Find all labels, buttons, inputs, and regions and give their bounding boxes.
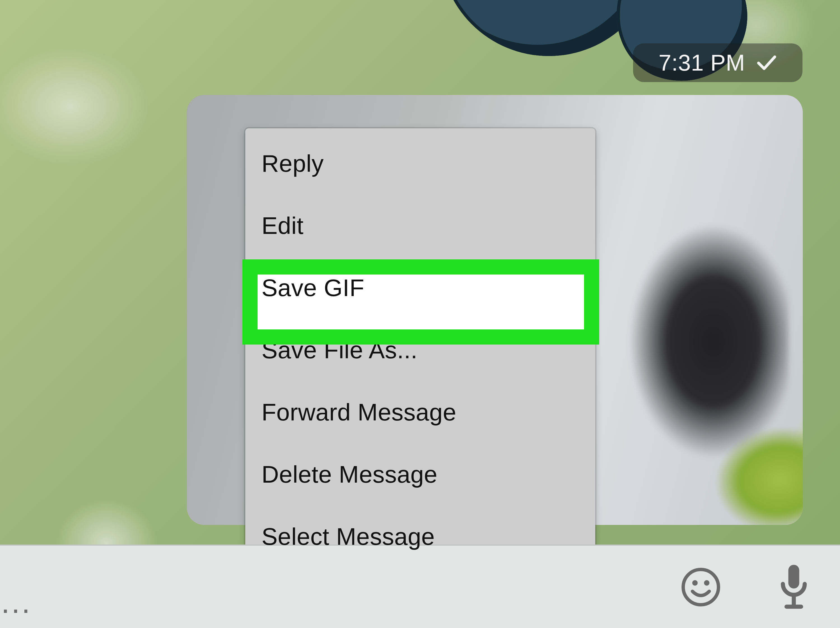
sent-check-icon (756, 54, 777, 71)
input-placeholder-ellipsis[interactable]: ... (1, 584, 32, 620)
menu-item-label: Save File As... (262, 336, 417, 364)
menu-item-label: Reply (262, 150, 324, 177)
menu-item-save-file-as[interactable]: Save File As... (245, 319, 595, 381)
menu-item-label: Forward Message (262, 398, 456, 426)
menu-item-label: Edit (262, 212, 303, 239)
emoji-icon[interactable] (680, 566, 722, 609)
svg-rect-3 (788, 565, 799, 588)
svg-point-1 (692, 580, 698, 586)
message-timestamp: 7:31 PM (658, 49, 745, 76)
menu-item-edit[interactable]: Edit (245, 195, 595, 256)
menu-item-reply[interactable]: Reply (245, 132, 595, 195)
message-timestamp-bubble: 7:31 PM (633, 43, 802, 82)
svg-point-2 (704, 580, 709, 586)
menu-item-forward-message[interactable]: Forward Message (245, 381, 595, 443)
svg-point-0 (683, 569, 718, 605)
menu-item-label: Delete Message (262, 460, 437, 488)
menu-item-label: Select Message (262, 523, 435, 550)
menu-item-select-message[interactable]: Select Message (245, 505, 595, 568)
menu-item-delete-message[interactable]: Delete Message (245, 443, 595, 505)
message-context-menu: Reply Edit Save GIF Save File As... Forw… (245, 128, 595, 573)
menu-item-save-gif[interactable]: Save GIF (245, 256, 595, 319)
menu-item-label: Save GIF (262, 274, 364, 302)
microphone-icon[interactable] (775, 562, 812, 614)
